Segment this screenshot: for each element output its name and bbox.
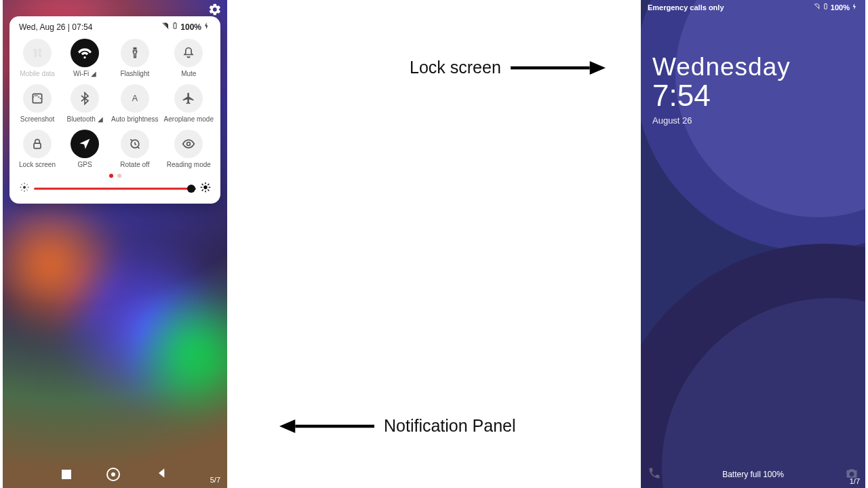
- nav-home-button[interactable]: [106, 468, 120, 481]
- phone-lock-screen-screenshot: Emergency calls only 100% Wednesday 7:54…: [641, 0, 865, 488]
- tile-screenshot[interactable]: Screenshot: [16, 84, 58, 123]
- emergency-text: Emergency calls only: [648, 3, 724, 12]
- svg-line-15: [26, 184, 27, 185]
- no-sim-icon: [813, 3, 821, 12]
- screenshot-icon: [23, 84, 52, 113]
- svg-line-24: [208, 184, 209, 185]
- home-icon: [106, 468, 120, 481]
- brightness-high-icon: [200, 182, 211, 195]
- battery-icon: [171, 22, 179, 32]
- quick-settings-grid: Mobile data Wi-Fi ◢ Flashlight Mute: [16, 39, 214, 168]
- battery-percent: 100%: [831, 3, 850, 12]
- nav-recents-button[interactable]: [62, 470, 71, 479]
- tile-reading-mode[interactable]: Reading mode: [164, 130, 214, 168]
- charging-icon: [851, 3, 859, 12]
- wifi-icon: [71, 39, 99, 67]
- pager-dot-2[interactable]: [117, 174, 121, 178]
- bluetooth-icon: [71, 84, 99, 113]
- mute-icon: [174, 39, 203, 67]
- arrow-left-icon: [279, 417, 374, 435]
- mobile-data-icon: [23, 39, 52, 67]
- svg-rect-1: [174, 22, 176, 23]
- pager-dot-1[interactable]: [109, 174, 113, 178]
- header-status-icons: 100%: [161, 22, 211, 32]
- aeroplane-icon: [174, 84, 203, 113]
- svg-text:A: A: [132, 94, 138, 103]
- charging-icon: [203, 22, 211, 32]
- lockscreen-bottom-row: Battery full 100%: [641, 466, 865, 483]
- clock-time: 7:54: [652, 79, 791, 113]
- square-icon: [62, 470, 71, 479]
- no-sim-icon: [161, 22, 170, 32]
- svg-line-21: [202, 184, 203, 185]
- back-triangle-icon: [155, 466, 169, 480]
- svg-line-14: [21, 189, 22, 190]
- tile-aeroplane-mode[interactable]: Aeroplane mode: [164, 84, 214, 123]
- phone-notification-panel-screenshot: Wed, Aug 26 | 07:54 100% Mobile data Wi-…: [3, 0, 227, 488]
- annotation-lock-screen-label: Lock screen: [410, 58, 501, 77]
- svg-line-22: [208, 189, 209, 191]
- annotation-lock-screen: Lock screen: [410, 58, 606, 77]
- left-page-counter: 5/7: [210, 476, 220, 484]
- battery-full-text: Battery full 100%: [722, 470, 784, 479]
- clock-day: Wednesday: [652, 53, 791, 81]
- tile-rotate-off[interactable]: Rotate off: [111, 130, 159, 168]
- phone-shortcut[interactable]: [648, 466, 661, 483]
- tile-bluetooth[interactable]: Bluetooth ◢: [64, 84, 106, 123]
- svg-marker-30: [279, 419, 295, 432]
- svg-line-12: [21, 184, 22, 185]
- clock-date: August 26: [652, 115, 791, 126]
- rotate-off-icon: [121, 130, 149, 158]
- brightness-slider[interactable]: [34, 183, 196, 194]
- battery-icon: [822, 3, 829, 12]
- svg-point-16: [203, 185, 207, 189]
- tile-gps[interactable]: GPS: [64, 130, 106, 168]
- panel-header: Wed, Aug 26 | 07:54 100%: [16, 22, 214, 35]
- nav-back-button[interactable]: [155, 466, 169, 483]
- svg-rect-25: [825, 4, 827, 9]
- tile-lock-screen[interactable]: Lock screen: [16, 130, 58, 168]
- annotation-notification-panel: Notification Panel: [279, 416, 516, 436]
- android-nav-bar: [3, 466, 227, 483]
- svg-point-7: [23, 186, 26, 189]
- svg-marker-28: [589, 60, 605, 74]
- tile-flashlight[interactable]: Flashlight: [111, 39, 159, 77]
- pager-dots: [16, 174, 214, 178]
- svg-rect-26: [825, 3, 826, 4]
- quick-settings-panel: Wed, Aug 26 | 07:54 100% Mobile data Wi-…: [9, 16, 220, 204]
- svg-point-6: [187, 143, 191, 146]
- svg-rect-4: [34, 143, 41, 149]
- right-page-counter: 1/7: [850, 477, 860, 485]
- brightness-low-icon: [19, 182, 30, 195]
- svg-rect-0: [174, 23, 176, 29]
- tile-mute[interactable]: Mute: [164, 39, 214, 77]
- gps-icon: [71, 130, 99, 158]
- svg-line-23: [202, 189, 203, 191]
- lockscreen-status-bar: Emergency calls only 100%: [648, 3, 859, 12]
- svg-line-13: [26, 189, 27, 190]
- header-datetime: Wed, Aug 26 | 07:54: [19, 22, 92, 32]
- tile-mobile-data[interactable]: Mobile data: [16, 39, 58, 77]
- battery-percent: 100%: [180, 22, 201, 32]
- tile-auto-brightness[interactable]: A Auto brightness: [111, 84, 159, 123]
- auto-brightness-icon: A: [121, 84, 149, 113]
- tile-wifi[interactable]: Wi-Fi ◢: [64, 39, 106, 77]
- arrow-right-icon: [511, 59, 606, 77]
- lockscreen-clock: Wednesday 7:54 August 26: [652, 53, 791, 126]
- flashlight-icon: [121, 39, 149, 67]
- brightness-slider-row: [16, 182, 214, 197]
- lock-icon: [23, 130, 52, 158]
- reading-mode-icon: [174, 130, 203, 158]
- annotation-notification-panel-label: Notification Panel: [384, 416, 516, 436]
